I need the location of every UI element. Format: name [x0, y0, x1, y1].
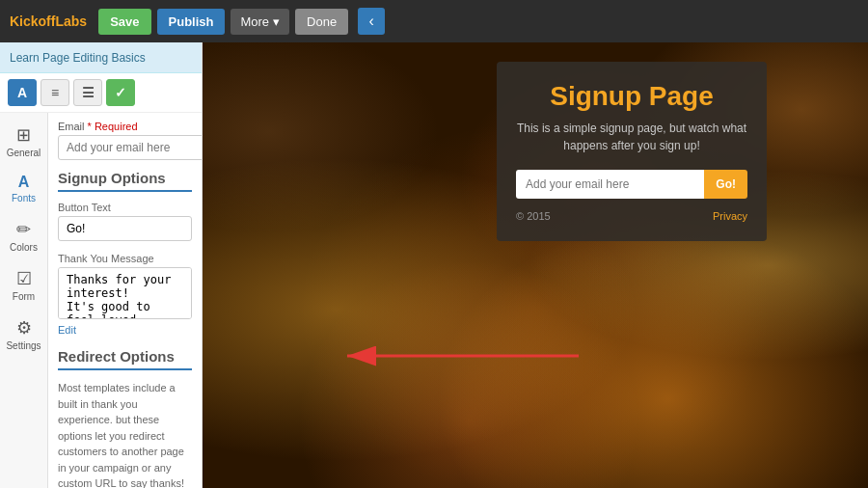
signup-card-desc: This is a simple signup page, but watch …: [516, 120, 747, 154]
logo-labs: Labs: [55, 14, 87, 29]
sidebar-item-colors[interactable]: ✏ Colors: [0, 211, 47, 260]
learn-link[interactable]: Learn Page Editing Basics: [10, 51, 146, 65]
back-nav-button[interactable]: ‹: [358, 8, 385, 35]
check-icon: ✓: [115, 85, 126, 100]
sidebar: Learn Page Editing Basics A ≡ ☰ ✓ ⊞: [0, 42, 203, 488]
fonts-icon: A: [18, 174, 30, 191]
publish-button[interactable]: Publish: [157, 9, 226, 35]
sidebar-label-general: General: [7, 148, 41, 158]
form-panel: Email * Required ✎ Signup Options Button…: [48, 113, 202, 488]
signup-options-title: Signup Options: [58, 170, 192, 192]
sidebar-content: ⊞ General A Fonts ✏ Colors ☑ Form ⚙ Se: [0, 113, 202, 488]
sidebar-label-colors: Colors: [10, 242, 38, 253]
sidebar-item-fonts[interactable]: A Fonts: [0, 166, 47, 211]
bullet-icon: ☰: [82, 85, 95, 100]
bullet-format-button[interactable]: ☰: [73, 79, 102, 106]
top-bar: KickoffLabs Save Publish More ▾ Done ‹: [0, 0, 868, 42]
redirect-section: Redirect Options Most templates include …: [58, 348, 192, 488]
signup-card-title: Signup Page: [516, 81, 747, 112]
chevron-left-icon: ‹: [369, 13, 374, 30]
thank-you-textarea[interactable]: Thanks for your interest! It's good to f…: [58, 267, 192, 319]
sidebar-label-settings: Settings: [6, 340, 41, 351]
button-text-input[interactable]: [58, 216, 192, 241]
list-icon: ≡: [51, 85, 59, 100]
settings-icon: ⚙: [16, 317, 32, 339]
learn-bar: Learn Page Editing Basics: [0, 42, 202, 73]
text-format-button[interactable]: A: [8, 79, 37, 106]
redirect-options-title: Redirect Options: [58, 348, 192, 370]
email-input[interactable]: [58, 135, 202, 160]
sidebar-item-form[interactable]: ☑ Form: [0, 260, 47, 310]
sidebar-item-general[interactable]: ⊞ General: [0, 117, 47, 166]
thank-you-group: Thank You Message Thanks for your intere…: [58, 253, 192, 337]
email-field-group: Email * Required ✎: [58, 121, 192, 160]
colors-icon: ✏: [16, 219, 31, 240]
logo-kickoff: Kickoff: [10, 14, 55, 29]
edit-link[interactable]: Edit: [58, 324, 76, 336]
save-button[interactable]: Save: [98, 9, 150, 35]
preview-area: Signup Page This is a simple signup page…: [203, 42, 868, 488]
sidebar-item-settings[interactable]: ⚙ Settings: [0, 310, 47, 359]
thank-you-label: Thank You Message: [58, 253, 192, 264]
redirect-description: Most templates include a built in thank …: [58, 380, 192, 488]
main-area: Learn Page Editing Basics A ≡ ☰ ✓ ⊞: [0, 42, 868, 488]
signup-card-footer: © 2015 Privacy: [516, 210, 747, 222]
sidebar-label-form: Form: [13, 291, 35, 302]
sidebar-nav-icons: ⊞ General A Fonts ✏ Colors ☑ Form ⚙ Se: [0, 113, 48, 488]
copyright-text: © 2015: [516, 210, 551, 222]
email-field-row: ✎: [58, 135, 192, 160]
logo: KickoffLabs: [10, 14, 87, 29]
form-icon: ☑: [16, 268, 32, 289]
signup-email-input[interactable]: [516, 170, 704, 199]
text-icon: A: [17, 85, 27, 100]
done-button[interactable]: Done: [295, 9, 348, 35]
list-format-button[interactable]: ≡: [41, 79, 69, 106]
signup-card: Signup Page This is a simple signup page…: [497, 62, 767, 241]
more-label: More: [240, 14, 269, 29]
email-field-label: Email * Required: [58, 121, 192, 132]
button-text-label: Button Text: [58, 202, 192, 213]
more-chevron-icon: ▾: [273, 14, 280, 29]
icon-toolbar: A ≡ ☰ ✓: [0, 73, 202, 113]
more-button[interactable]: More ▾: [231, 9, 289, 35]
check-format-button[interactable]: ✓: [106, 79, 135, 106]
required-marker: * Required: [88, 121, 138, 132]
general-icon: ⊞: [16, 124, 31, 146]
signup-card-form: Go!: [516, 170, 747, 199]
sidebar-label-fonts: Fonts: [12, 193, 36, 203]
signup-go-button[interactable]: Go!: [704, 170, 747, 199]
button-text-group: Button Text: [58, 202, 192, 241]
privacy-link[interactable]: Privacy: [713, 210, 747, 222]
